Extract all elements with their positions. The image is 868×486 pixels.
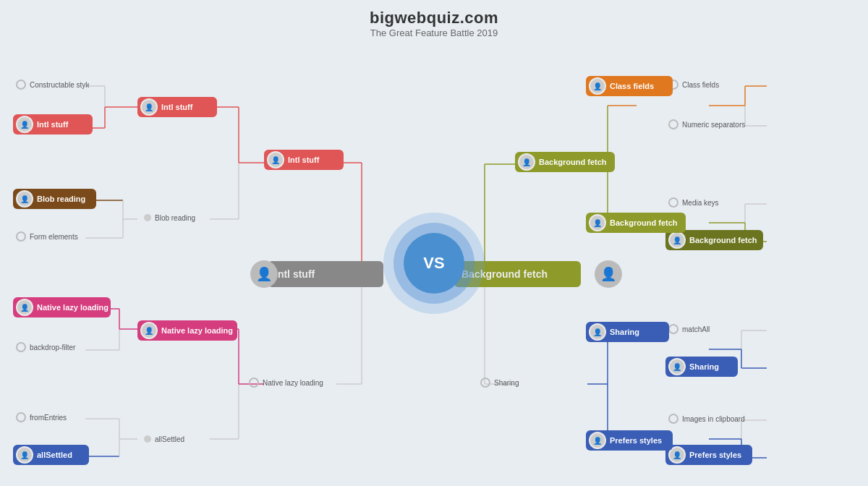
avatar-intl-r3: 👤	[267, 151, 284, 169]
node-intl-stuff-r2: 👤 Intl stuff	[137, 97, 217, 117]
node-prefers-r2: 👤 Prefers styles	[586, 430, 673, 451]
node-from-entries: fromEntries	[13, 409, 89, 426]
node-bg-fetch-r1: 👤 Background fetch	[665, 230, 763, 250]
node-match-all-r1: matchAll	[665, 320, 738, 338]
avatar-intl-r1: 👤	[16, 116, 33, 133]
node-media-keys-r1: Media keys	[665, 194, 745, 211]
vs-label: VS	[404, 233, 464, 294]
node-blob-r2-small: Blob reading	[141, 209, 221, 226]
final-avatar-right: 👤	[595, 260, 622, 288]
final-avatar-left: 👤	[250, 260, 278, 288]
node-sharing-r3-small: Sharing	[477, 374, 550, 391]
avatar-bgfetch-r1: 👤	[668, 231, 686, 249]
avatar-blob-r1: 👤	[16, 190, 33, 208]
node-native-lazy-r2: 👤 Native lazy loading	[137, 320, 237, 341]
avatar-native-r2: 👤	[140, 322, 158, 339]
vs-circle: VS	[383, 213, 485, 314]
bracket-container: Constructable style 👤 Intl stuff 👤 Blob …	[0, 40, 868, 486]
node-sharing-r2: 👤 Sharing	[586, 322, 669, 342]
node-images-clipboard-r1: Images in clipboard	[665, 410, 760, 427]
avatar-bgfetch-r3: 👤	[518, 153, 535, 171]
avatar-native-r1: 👤	[16, 299, 33, 316]
avatar-sharing-r2: 👤	[589, 323, 606, 341]
node-form-elements: Form elements	[13, 228, 89, 245]
avatar-intl-r2: 👤	[140, 98, 158, 116]
avatar-settled-r1: 👤	[16, 446, 33, 464]
avatar-sharing-r1: 👤	[668, 358, 686, 375]
vs-outer-ring: VS	[383, 213, 485, 314]
site-subtitle: The Great Feature Battle 2019	[0, 27, 868, 38]
node-prefers-styles-r1: 👤 Prefers styles	[665, 445, 752, 465]
node-class-fields-r2: 👤 Class fields	[586, 76, 673, 96]
node-backdrop-filter: backdrop-filter	[13, 338, 96, 356]
node-intl-stuff-r3: 👤 Intl stuff	[264, 150, 344, 170]
header: bigwebquiz.com The Great Feature Battle …	[0, 0, 868, 41]
node-bg-fetch-r3: 👤 Background fetch	[515, 152, 615, 172]
node-all-settled-r1: 👤 allSettled	[13, 445, 89, 465]
avatar-class-r2: 👤	[589, 77, 606, 95]
node-bg-fetch-r2: 👤 Background fetch	[586, 213, 686, 233]
final-node-left: Intl stuff	[268, 261, 383, 287]
node-native-r3-small: Native lazy loading	[246, 374, 347, 391]
node-settled-r2-small: allSettled	[141, 430, 221, 448]
avatar-prefers-r2: 👤	[589, 432, 606, 449]
node-constructable-style: Constructable style	[13, 76, 89, 93]
vs-mid-ring: VS	[393, 223, 475, 304]
node-blob-reading-r1: 👤 Blob reading	[13, 189, 96, 209]
node-class-fields-r1: Class fields	[665, 76, 752, 93]
avatar-bgfetch-r2: 👤	[589, 214, 606, 231]
node-native-lazy-r1: 👤 Native lazy loading	[13, 297, 111, 317]
node-intl-stuff-r1: 👤 Intl stuff	[13, 114, 93, 135]
site-title: bigwebquiz.com	[0, 9, 868, 27]
node-sharing-r1: 👤 Sharing	[665, 357, 738, 377]
node-numeric-sep-r1: Numeric separators	[665, 116, 756, 133]
